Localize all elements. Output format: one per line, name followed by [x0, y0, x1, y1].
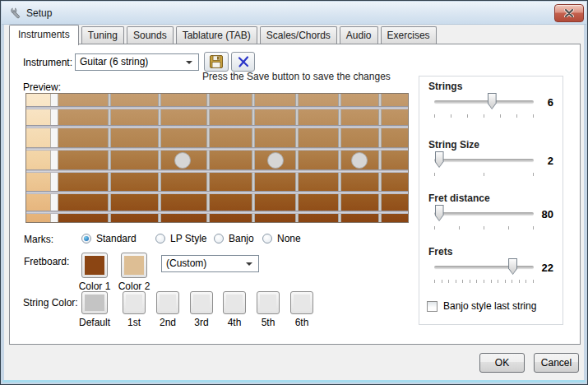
fretboard-preset-value: (Custom)	[166, 257, 206, 269]
blue-x-icon	[237, 55, 250, 68]
string-size-slider-label: String Size	[428, 139, 479, 151]
fret-wire	[338, 94, 341, 222]
string-color-6th-button[interactable]	[290, 291, 313, 314]
fretboard-color1-button[interactable]	[81, 253, 108, 278]
radio-icon	[81, 234, 91, 244]
fretboard-preview	[25, 93, 409, 223]
fret-distance-slider: Fret distance 80	[428, 192, 555, 234]
string-6-caption: 6th	[277, 317, 326, 328]
fret-wire	[108, 94, 111, 222]
fretboard-label: Fretboard:	[24, 256, 69, 267]
fret-distance-slider-label: Fret distance	[428, 192, 490, 204]
string-line	[26, 169, 408, 173]
frets-slider-ticks	[434, 280, 534, 283]
string-size-slider-track[interactable]	[434, 159, 534, 162]
save-instrument-button[interactable]	[204, 52, 229, 72]
fret-distance-slider-track[interactable]	[434, 212, 534, 216]
banjo-style-label: Banjo style last string	[443, 300, 536, 312]
frets-slider-label: Frets	[428, 246, 452, 257]
strings-slider-ticks	[434, 114, 534, 118]
radio-icon	[214, 234, 224, 244]
radio-icon	[155, 234, 165, 244]
banjo-style-checkbox-row[interactable]: Banjo style last string	[427, 300, 536, 312]
string-5-swatch	[260, 295, 276, 311]
cancel-button[interactable]: Cancel	[534, 353, 579, 373]
frets-slider-track[interactable]	[434, 266, 534, 269]
frets-value: 22	[527, 262, 553, 274]
string-1-swatch	[126, 295, 142, 311]
color2-swatch	[124, 256, 144, 275]
tab-tablature[interactable]: Tablature (TAB)	[176, 26, 257, 44]
tab-exercises[interactable]: Exercises	[381, 26, 437, 44]
title-bar: Setup	[2, 2, 586, 25]
fretboard-color2-button[interactable]	[121, 253, 147, 278]
strings-slider-track[interactable]	[434, 100, 534, 104]
string-6-swatch	[294, 295, 310, 311]
radio-label: LP Style	[170, 233, 206, 244]
fret-wire	[378, 94, 382, 222]
marks-radio-banjo[interactable]: Banjo	[214, 233, 254, 244]
string-size-slider-thumb[interactable]	[435, 151, 444, 168]
clear-instrument-button[interactable]	[231, 52, 255, 72]
marks-radio-none[interactable]: None	[262, 233, 301, 244]
close-button[interactable]	[554, 4, 584, 22]
marks-label: Marks:	[24, 234, 53, 245]
wrench-icon	[10, 7, 23, 20]
string-color-default-button[interactable]	[81, 291, 108, 314]
string-3-swatch	[193, 295, 210, 311]
strings-slider-thumb[interactable]	[488, 93, 497, 109]
frets-slider: Frets 22	[428, 246, 555, 287]
floppy-disk-icon	[209, 54, 224, 69]
instrument-value: Guitar (6 string)	[80, 56, 148, 67]
fret-wire	[206, 94, 210, 222]
string-line	[26, 106, 408, 109]
radio-icon	[262, 234, 272, 244]
tab-tuning[interactable]: Tuning	[81, 26, 124, 44]
wrench-slot	[13, 7, 15, 10]
string-2-swatch	[160, 295, 176, 311]
ok-button[interactable]: OK	[479, 353, 525, 373]
fretboard-head	[26, 94, 50, 222]
strings-slider-label: Strings	[428, 81, 462, 92]
color1-swatch	[85, 256, 104, 275]
string-line	[26, 147, 408, 151]
fret-marker-dot	[351, 152, 368, 169]
fret-marker-dot	[267, 152, 284, 169]
tab-strip: Instruments Tuning Sounds Tablature (TAB…	[9, 25, 437, 44]
string-size-slider: String Size 2	[428, 139, 555, 180]
preview-label: Preview:	[23, 81, 61, 93]
fret-wire	[158, 94, 161, 222]
frets-slider-thumb[interactable]	[508, 258, 517, 275]
close-icon	[564, 9, 574, 17]
string-color-4th-button[interactable]	[223, 291, 246, 314]
string-4-swatch	[226, 295, 243, 311]
string-size-value: 2	[527, 155, 553, 167]
marks-radio-lp-style[interactable]: LP Style	[155, 233, 206, 244]
fretboard-color2-group: Color 2	[109, 253, 159, 292]
tab-scales-chords[interactable]: Scales/Chords	[260, 26, 337, 44]
tab-audio[interactable]: Audio	[340, 26, 378, 44]
fretboard-preset-select[interactable]: (Custom)	[161, 255, 259, 272]
instrument-select[interactable]: Guitar (6 string)	[75, 53, 199, 71]
tab-instruments[interactable]: Instruments	[9, 25, 79, 45]
banjo-style-checkbox[interactable]	[427, 301, 438, 312]
strings-value: 6	[527, 96, 553, 109]
string-color-5th-button[interactable]	[257, 291, 280, 314]
tab-sounds[interactable]: Sounds	[127, 26, 174, 44]
fret-distance-value: 80	[527, 208, 553, 220]
radio-label: Banjo	[229, 233, 254, 244]
string-color-1st-button[interactable]	[123, 291, 146, 314]
string-size-slider-ticks	[434, 173, 534, 176]
fret-wire	[252, 94, 255, 222]
fretboard-nut	[50, 94, 58, 222]
marks-radio-standard[interactable]: Standard	[81, 233, 137, 244]
string-line	[26, 211, 408, 214]
string-line	[26, 191, 408, 194]
color2-caption: Color 2	[109, 281, 159, 292]
string-color-2nd-button[interactable]	[156, 291, 179, 314]
setup-dialog: Setup Instruments Tuning Sounds Tablatur…	[0, 0, 588, 385]
fret-wire	[295, 94, 299, 222]
fret-distance-slider-thumb[interactable]	[435, 205, 444, 221]
strings-slider: Strings 6	[428, 81, 555, 122]
default-string-swatch	[85, 295, 104, 311]
